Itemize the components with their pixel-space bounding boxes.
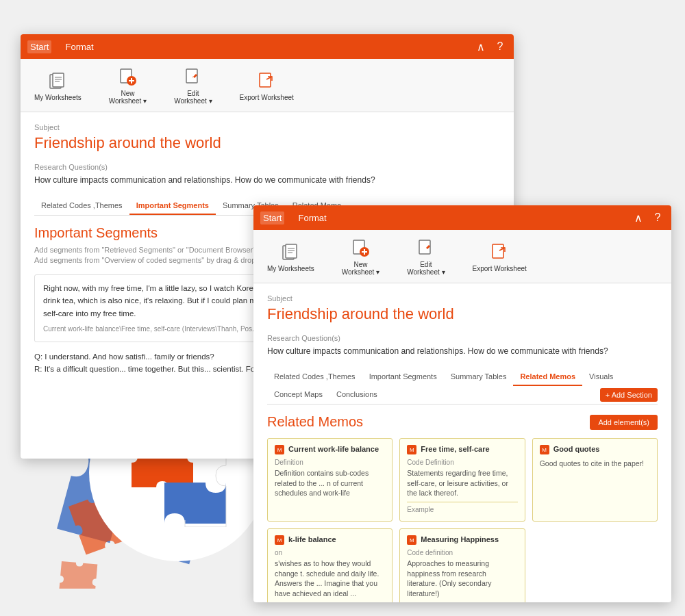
memo-card-0: M Current work-life balance Definition D… <box>267 438 393 522</box>
menu-start-back[interactable]: Start <box>27 40 51 53</box>
ribbon-worksheets-label-front: My Worksheets <box>267 265 314 272</box>
memo-icon-3: M <box>275 535 284 545</box>
content-front: Subject Friendship around the world Rese… <box>253 283 671 602</box>
memo-icon-2: M <box>540 445 549 454</box>
ribbon-edit-label-back: EditWorksheet ▾ <box>174 90 212 105</box>
subject-title-front: Friendship around the world <box>267 305 658 323</box>
svg-rect-14 <box>286 244 297 258</box>
research-label-front: Research Question(s) <box>267 334 658 342</box>
collapse-btn-front[interactable]: ∧ <box>632 211 645 224</box>
new-icon-back <box>116 66 138 88</box>
tabs-front: Related Codes ,Themes Important Segments… <box>267 368 658 405</box>
ribbon-new-label-back: NewWorksheet ▾ <box>109 90 147 105</box>
export-icon-back <box>256 70 277 92</box>
ribbon-worksheets-label-back: My Worksheets <box>34 94 82 101</box>
ribbon-new-back[interactable]: NewWorksheet ▾ <box>103 63 152 107</box>
ribbon-edit-back[interactable]: EditWorksheet ▾ <box>169 63 217 107</box>
svg-rect-1 <box>53 73 64 87</box>
title-bar-back: Start Format ∧ ? <box>21 34 514 59</box>
edit-icon-back <box>182 66 204 88</box>
tab-conclusions-front[interactable]: Conclusions <box>329 386 384 404</box>
svg-line-10 <box>192 77 193 77</box>
new-icon-front <box>349 237 371 259</box>
help-btn-back[interactable]: ? <box>493 40 507 53</box>
add-elements-button[interactable]: Add element(s) <box>590 415 658 430</box>
window-front: Start Format ∧ ? My Worksheets <box>253 205 671 602</box>
ribbon-my-worksheets-front[interactable]: My Worksheets <box>262 238 320 275</box>
memo-card-1: M Free time, self-care Code Definition S… <box>399 438 525 522</box>
menu-format-front[interactable]: Format <box>295 211 329 224</box>
ribbon-export-back[interactable]: Export Worksheet <box>234 67 299 104</box>
worksheets-icon-front <box>279 241 301 263</box>
subject-label-back: Subject <box>34 123 500 131</box>
research-text-back: How culture impacts communication and re… <box>34 174 500 186</box>
memo-icon-4: M <box>407 535 416 545</box>
worksheets-icon-back <box>47 70 68 92</box>
subject-title-back: Friendship around the world <box>34 134 500 152</box>
ribbon-edit-label-front: EditWorksheet ▾ <box>407 261 445 276</box>
memo-icon-0: M <box>275 445 284 454</box>
ribbon-my-worksheets-back[interactable]: My Worksheets <box>29 67 87 104</box>
memo-card-2: M Good quotes Good quotes to cite in the… <box>532 438 658 522</box>
tab-important-segments-front[interactable]: Important Segments <box>362 368 444 386</box>
tab-important-segments-back[interactable]: Important Segments <box>129 197 216 215</box>
memo-card-3: M k-life balance on s'wishes as to how t… <box>267 528 393 602</box>
research-label-back: Research Question(s) <box>34 163 500 171</box>
ribbon-export-front[interactable]: Export Worksheet <box>467 238 532 275</box>
tab-related-memos-front[interactable]: Related Memos <box>513 368 582 386</box>
research-text-front: How culture impacts communication and re… <box>267 345 658 357</box>
menu-format-back[interactable]: Format <box>62 40 96 53</box>
ribbon-new-front[interactable]: NewWorksheet ▾ <box>336 234 385 279</box>
related-memos-title: Related Memos <box>267 414 363 430</box>
ribbon-edit-front[interactable]: EditWorksheet ▾ <box>401 234 450 279</box>
collapse-btn-back[interactable]: ∧ <box>474 40 488 53</box>
tab-related-codes-front[interactable]: Related Codes ,Themes <box>267 368 362 386</box>
svg-rect-23 <box>493 244 503 258</box>
ribbon-export-label-back: Export Worksheet <box>240 94 294 101</box>
memo-grid: M Current work-life balance Definition D… <box>267 438 658 602</box>
ribbon-new-label-front: NewWorksheet ▾ <box>342 261 379 276</box>
ribbon-export-label-front: Export Worksheet <box>473 265 527 272</box>
ribbon-back: My Worksheets NewWorksheet ▾ <box>21 59 514 112</box>
related-memos-header: Related Memos Add element(s) <box>267 414 658 430</box>
memo-card-4: M Measuring Happiness Code definition Ap… <box>399 528 525 602</box>
edit-icon-front <box>415 237 437 259</box>
export-icon-front <box>488 241 510 263</box>
tab-add-section[interactable]: + Add Section <box>600 388 658 402</box>
tab-concept-maps-front[interactable]: Concept Maps <box>267 386 329 404</box>
subject-label-front: Subject <box>267 294 658 303</box>
memo-icon-1: M <box>407 445 416 454</box>
menu-start-front[interactable]: Start <box>260 211 284 224</box>
help-btn-front[interactable]: ? <box>651 211 664 224</box>
tab-summary-front[interactable]: Summary Tables <box>444 368 514 386</box>
title-bar-front: Start Format ∧ ? <box>253 205 671 230</box>
svg-rect-11 <box>260 73 271 87</box>
ribbon-front: My Worksheets NewWorksheet ▾ EditWorks <box>253 230 671 283</box>
tab-related-codes-back[interactable]: Related Codes ,Themes <box>34 197 129 215</box>
tab-visuals-front[interactable]: Visuals <box>582 368 620 386</box>
